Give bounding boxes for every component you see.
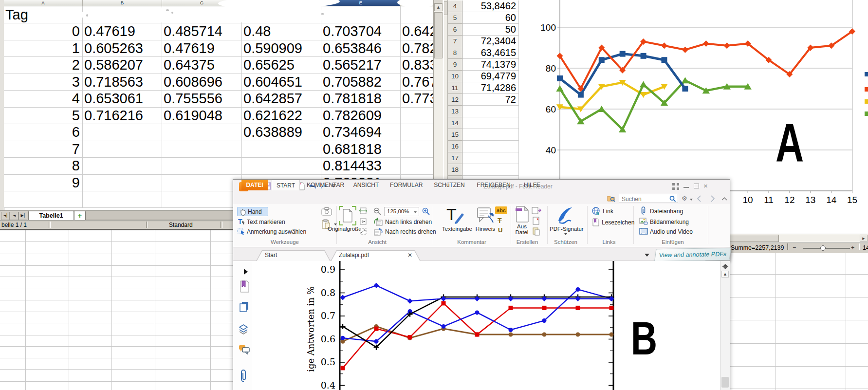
cell-a1[interactable]: Tag [4, 6, 83, 23]
cell[interactable]: 5 [4, 108, 83, 125]
rotate-right-button[interactable]: Nach rechts drehen [385, 228, 436, 235]
cell[interactable]: 0.703704 [321, 23, 401, 40]
scroll-up-icon[interactable]: ▲ [434, 3, 443, 11]
cell[interactable]: 0.619048 [162, 108, 242, 125]
cell[interactable] [162, 158, 242, 175]
from-file-icon[interactable] [515, 205, 530, 223]
row-header[interactable]: 8 [448, 47, 462, 59]
cell[interactable]: 60 [462, 12, 519, 24]
cell[interactable]: 0.64375 [162, 57, 242, 74]
cell[interactable]: 0.718563 [83, 74, 162, 91]
cell[interactable]: 72,3404 [462, 36, 519, 47]
close-icon[interactable]: × [703, 182, 708, 190]
attachments-panel-icon[interactable] [240, 369, 248, 383]
cell[interactable] [462, 152, 519, 164]
zoom-out-icon[interactable]: − [793, 242, 796, 253]
first-sheet-icon[interactable]: ◄| [1, 212, 10, 220]
cell[interactable] [162, 175, 242, 192]
cell[interactable] [462, 106, 519, 117]
zoom-in-icon[interactable]: + [851, 242, 854, 253]
snapshot-icon[interactable] [321, 207, 333, 217]
image-annotation-button[interactable]: Bildanmerkung [650, 219, 689, 225]
cell[interactable]: 0.782609 [321, 108, 401, 125]
tab-schuetzen[interactable]: SCHüTZEN [434, 180, 465, 190]
cell[interactable] [162, 124, 242, 141]
scroll-right-icon[interactable]: ▶ [860, 235, 868, 242]
prev-sheet-icon[interactable]: ◄ [10, 212, 18, 220]
rotate-left-button[interactable]: Nach links drehen [385, 219, 432, 225]
strikeout-text-button[interactable]: T [498, 217, 502, 224]
cell[interactable]: 7 [4, 141, 83, 158]
cell[interactable] [162, 191, 242, 208]
cell[interactable] [462, 141, 519, 152]
search-icon[interactable] [669, 196, 676, 202]
bookmarks-panel-icon[interactable] [239, 280, 249, 293]
from-clipboard-icon[interactable] [532, 227, 541, 236]
cell[interactable]: 0.47619 [162, 40, 242, 57]
row-header[interactable]: 18 [448, 164, 462, 176]
cell[interactable]: 4 [4, 91, 83, 108]
bookmark-button[interactable]: Lesezeichen [602, 219, 634, 226]
cell[interactable] [83, 158, 162, 175]
expand-panel-icon[interactable] [244, 269, 248, 275]
row-header[interactable]: 10 [448, 71, 462, 82]
scrollbar-thumb[interactable] [434, 12, 443, 58]
cell[interactable]: 1 [4, 40, 83, 57]
pages-panel-icon[interactable] [239, 301, 249, 313]
scrollbar-thumb[interactable] [721, 377, 729, 388]
cell[interactable]: 72 [462, 94, 519, 106]
cell[interactable]: 2 [4, 57, 83, 74]
fit-page-icon[interactable] [359, 218, 368, 225]
cell[interactable]: 8 [4, 158, 83, 175]
cell[interactable]: 53,8462 [462, 0, 519, 12]
fit-visible-icon[interactable] [359, 227, 368, 235]
cell[interactable]: 3 [4, 74, 83, 91]
layers-panel-icon[interactable] [239, 323, 250, 334]
promo-banner[interactable]: View and annotate PDFs [654, 248, 731, 262]
split-view-icon[interactable] [722, 263, 729, 270]
tab-datei[interactable]: DATEI [241, 180, 268, 190]
zoom-in-icon[interactable] [422, 207, 430, 215]
cell[interactable]: 6 [4, 124, 83, 141]
cell[interactable]: 63,4615 [462, 47, 519, 59]
row-header[interactable]: 9 [448, 59, 462, 71]
cell[interactable]: 0.565217 [321, 57, 401, 74]
cell[interactable]: 74,1379 [462, 59, 519, 71]
cell[interactable]: 71,4286 [462, 82, 519, 94]
typewriter-icon[interactable]: T [443, 205, 464, 226]
paste-dropdown-icon[interactable] [334, 223, 337, 225]
cell[interactable] [83, 191, 162, 208]
cell[interactable]: 0.65625 [242, 57, 321, 74]
scroll-up-icon[interactable]: ▲ [721, 271, 729, 278]
cell[interactable] [242, 141, 321, 158]
zoom-slider-track[interactable] [803, 248, 850, 249]
cell[interactable]: 0.755556 [162, 91, 242, 108]
cell[interactable]: 0.621622 [242, 108, 321, 125]
cell[interactable]: 0.638889 [242, 124, 321, 141]
row-header[interactable]: 16 [448, 141, 462, 152]
tab-list-dropdown-icon[interactable] [645, 254, 649, 257]
restore-icon[interactable] [694, 184, 699, 188]
cell[interactable]: 0.642857 [242, 91, 321, 108]
nav-forward-icon[interactable] [710, 195, 715, 202]
cell[interactable] [4, 191, 83, 208]
cell[interactable]: 0.681818 [321, 141, 401, 158]
tab-freigeben[interactable]: FREIGEBEN [477, 180, 511, 190]
col-header-b[interactable]: B [83, 0, 162, 6]
cell[interactable]: 0.781818 [321, 91, 401, 108]
row-header[interactable]: 7 [448, 36, 462, 47]
cell[interactable]: 0.814433 [321, 158, 401, 175]
scrollbar-thumb[interactable] [443, 1, 447, 15]
cell[interactable] [83, 141, 162, 158]
doc-tab-start[interactable]: Start [256, 250, 331, 261]
tab-kommentar[interactable]: KOMMENTAR [307, 180, 340, 190]
underline-text-button[interactable]: U [498, 226, 502, 234]
blank-document-icon[interactable]: * [532, 217, 541, 225]
cell[interactable]: 9 [4, 175, 83, 192]
cell[interactable]: 0.608696 [162, 74, 242, 91]
row-header[interactable]: 6 [448, 24, 462, 36]
pdf-signature-icon[interactable] [555, 206, 575, 224]
nav-back-icon[interactable] [697, 195, 702, 202]
search-folder-icon[interactable] [607, 195, 616, 203]
minimize-icon[interactable] [683, 187, 689, 188]
